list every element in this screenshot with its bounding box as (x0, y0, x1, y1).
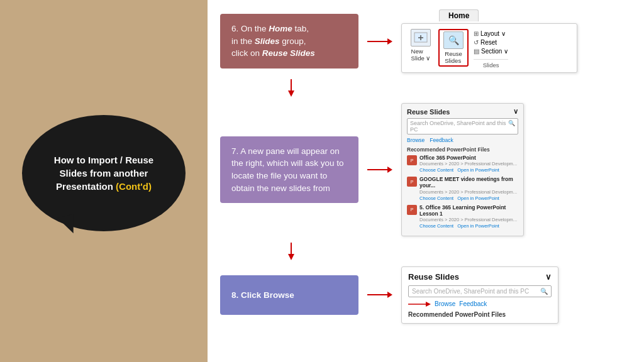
reset-option[interactable]: ↺ Reset (474, 39, 508, 46)
ppt-icon-1: P (407, 155, 417, 165)
file-path-3: Documents > 2020 > Professional Developm… (419, 217, 518, 222)
file-item-3: P 5. Office 365 Learning PowerPoint Less… (407, 204, 518, 229)
choose-content-1[interactable]: Choose Content (419, 167, 453, 173)
reuse-pane-bottom-title: Reuse Slides ∨ (408, 272, 552, 282)
open-ppt-1[interactable]: Open in PowerPoint (457, 167, 499, 173)
ppt-icon-3: P (407, 205, 417, 215)
ribbon-mockup: Home NewSlide ∨ (401, 23, 577, 73)
layout-label: Layout ∨ (480, 30, 506, 37)
ppt-icon-2: P (407, 177, 417, 187)
file-info-3: 5. Office 365 Learning PowerPoint Lesson… (419, 204, 518, 229)
file-item-1: P Office 365 PowerPoint Documents > 2020… (407, 155, 518, 173)
reuse-italic: Reuse Slides (262, 48, 315, 58)
search-icon-bottom: 🔍 (540, 288, 548, 295)
file-name-3: 5. Office 365 Learning PowerPoint Lesson… (419, 204, 518, 217)
bubble-body: How to Import / Reuse Slides from anothe… (22, 115, 186, 231)
choose-content-2[interactable]: Choose Content (419, 195, 453, 201)
file-info-2: GOOGLE MEET video meetings from your... … (419, 176, 518, 200)
open-ppt-2[interactable]: Open in PowerPoint (457, 195, 499, 201)
reuse-slides-label: ReuseSlides (445, 50, 462, 64)
browse-row: Browse Feedback (408, 300, 552, 308)
step7-box: 7. A new pane will appear on the right, … (220, 136, 358, 203)
feedback-link-bottom[interactable]: Feedback (459, 300, 487, 307)
slides-group-label: Slides (474, 59, 508, 69)
svg-marker-1 (387, 38, 392, 45)
section-option[interactable]: ▤ Section ∨ (474, 48, 508, 55)
svg-marker-14 (426, 302, 431, 307)
choose-content-3[interactable]: Choose Content (419, 223, 453, 229)
file-path-2: Documents > 2020 > Professional Developm… (419, 189, 518, 195)
step8-box: 8. Click Browse (220, 275, 358, 315)
recommended-section-label: Recommended PowerPoint Files (407, 146, 518, 153)
left-panel: How to Import / Reuse Slides from anothe… (0, 0, 208, 362)
reuse-pane-title: Reuse Slides ∨ (407, 107, 518, 116)
step6-row: 6. On the Home tab, in the Slides group,… (220, 9, 635, 73)
browse-link-bottom[interactable]: Browse (435, 300, 455, 307)
reuse-slides-icon: 🔍 (443, 31, 464, 49)
ribbon-options: ⊞ Layout ∨ ↺ Reset ▤ Section ∨ Slides (474, 29, 508, 69)
file-name-1: Office 365 PowerPoint (419, 155, 518, 161)
file-info-1: Office 365 PowerPoint Documents > 2020 >… (419, 155, 518, 173)
ribbon-panel: NewSlide ∨ 🔍 ReuseSlides ⊞ Layout ∨ (401, 23, 577, 73)
file-actions-1: Choose Content Open in PowerPoint (419, 167, 518, 173)
layout-icon: ⊞ (474, 30, 479, 37)
file-actions-2: Choose Content Open in PowerPoint (419, 195, 518, 201)
section-label: Section ∨ (481, 48, 508, 55)
step6-arrow (367, 36, 392, 47)
reuse-slides-pane-mid: Reuse Slides ∨ Search OneDrive, SharePoi… (401, 103, 524, 236)
svg-marker-10 (288, 254, 294, 260)
open-ppt-3[interactable]: Open in PowerPoint (457, 223, 499, 229)
step8-row: 8. Click Browse Reuse Slides ∨ Search On… (220, 266, 635, 324)
file-item-2: P GOOGLE MEET video meetings from your..… (407, 176, 518, 200)
svg-marker-6 (288, 90, 294, 97)
browse-link[interactable]: Browse (407, 137, 425, 143)
magnifier-icon: 🔍 (448, 35, 459, 45)
file-actions-3: Choose Content Open in PowerPoint (419, 223, 518, 229)
section-icon: ▤ (474, 48, 479, 55)
pane-close-icon[interactable]: ∨ (513, 107, 518, 116)
reset-icon: ↺ (474, 39, 479, 46)
ribbon-body: NewSlide ∨ 🔍 ReuseSlides ⊞ Layout ∨ (408, 29, 570, 69)
recommended-label-bottom: Recommended PowerPoint Files (408, 311, 552, 318)
step6-box: 6. On the Home tab, in the Slides group,… (220, 14, 358, 69)
reuse-slides-pane-bottom: Reuse Slides ∨ Search OneDrive, SharePoi… (401, 266, 558, 324)
bubble-line1: How to Import / Reuse (54, 155, 153, 165)
step8-arrow (367, 289, 392, 300)
svg-marker-8 (387, 167, 392, 173)
down-arrow-2 (220, 243, 358, 260)
slides-italic: Slides (255, 36, 280, 46)
new-slide-button[interactable]: NewSlide ∨ (408, 29, 433, 62)
bubble-tail (58, 214, 79, 236)
bubble-line3: Presentation (56, 181, 113, 192)
step8-text: 8. Click Browse (231, 290, 294, 300)
reuse-slides-button[interactable]: 🔍 ReuseSlides (438, 29, 469, 67)
file-name-2: GOOGLE MEET video meetings from your... (419, 176, 518, 189)
search-icon: 🔍 (508, 120, 515, 133)
new-slide-label: NewSlide ∨ (411, 48, 431, 62)
down-arrow-1 (220, 79, 358, 97)
bubble-text: How to Import / Reuse Slides from anothe… (54, 153, 153, 193)
reset-label: Reset (480, 39, 497, 46)
right-panel: 6. On the Home tab, in the Slides group,… (208, 0, 644, 362)
feedback-link[interactable]: Feedback (430, 137, 453, 143)
reuse-bottom-search[interactable]: Search OneDrive, SharePoint and this PC … (408, 285, 552, 297)
browse-arrow-icon (408, 300, 431, 308)
step7-row: 7. A new pane will appear on the right, … (220, 103, 635, 236)
speech-bubble: How to Import / Reuse Slides from anothe… (22, 115, 186, 247)
home-tab: Home (439, 9, 479, 21)
reuse-pane-links: Browse Feedback (407, 137, 518, 143)
pane-bottom-chevron-icon[interactable]: ∨ (545, 272, 552, 282)
layout-option[interactable]: ⊞ Layout ∨ (474, 30, 508, 37)
svg-marker-12 (387, 292, 392, 298)
bubble-line2: Slides from another (60, 168, 148, 178)
bubble-highlight: (Cont'd) (116, 181, 152, 192)
home-italic: Home (269, 24, 292, 33)
new-slide-icon (411, 29, 431, 47)
step7-arrow (367, 164, 392, 175)
file-path-1: Documents > 2020 > Professional Developm… (419, 161, 518, 167)
reuse-pane-search[interactable]: Search OneDrive, SharePoint and this PC … (407, 118, 518, 134)
